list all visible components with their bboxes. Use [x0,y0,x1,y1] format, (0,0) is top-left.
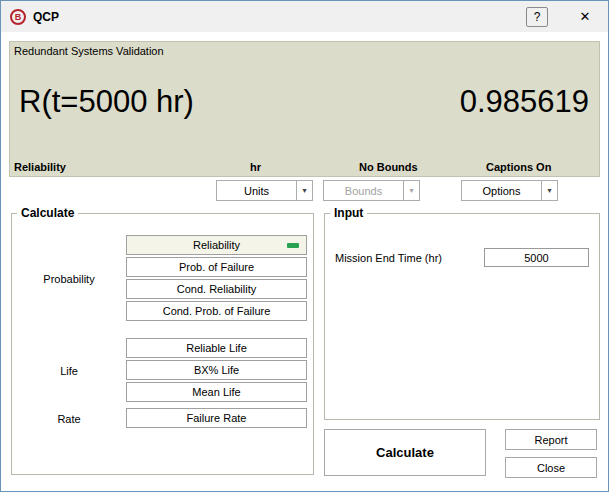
titlebar: B QCP ? ✕ [1,1,608,32]
titlebar-controls: ? ✕ [526,1,608,32]
close-icon[interactable]: ✕ [568,1,602,32]
app-logo-letter: B [15,12,22,22]
bounds-dropdown-label: Bounds [324,181,403,200]
units-dropdown-label: Units [217,181,296,200]
failure-rate-button-label: Failure Rate [187,412,247,424]
life-group: Life Reliable Life BX% Life Mean Life [12,338,313,404]
app-logo-icon: B [10,9,26,25]
failure-rate-button[interactable]: Failure Rate [126,408,307,428]
chevron-down-icon: ▾ [403,181,419,200]
bx-life-button[interactable]: BX% Life [126,360,307,380]
calculate-button[interactable]: Calculate [324,429,486,476]
reliability-button-label: Reliability [193,239,240,251]
results-caption: Redundant Systems Validation [14,45,164,57]
options-dropdown-label: Options [462,181,541,200]
mean-life-button[interactable]: Mean Life [126,382,307,402]
reliability-button[interactable]: Reliability [126,235,307,255]
rate-button-stack: Failure Rate [126,408,307,430]
life-button-stack: Reliable Life BX% Life Mean Life [126,338,307,404]
rate-group: Rate Failure Rate [12,408,313,430]
probability-group-label: Probability [12,235,126,323]
footer-metric-label: Reliability [14,161,66,173]
results-expression: R(t=5000 hr) [19,84,194,120]
mission-end-time-row: Mission End Time (hr) [325,248,599,267]
bounds-dropdown: Bounds ▾ [323,180,420,201]
input-panel: Input Mission End Time (hr) [324,213,600,420]
reliable-life-button-label: Reliable Life [186,342,247,354]
cond-prob-of-failure-button-label: Cond. Prob. of Failure [163,305,271,317]
life-group-label: Life [12,338,126,404]
calculate-panel-title: Calculate [17,206,78,220]
prob-of-failure-button[interactable]: Prob. of Failure [126,257,307,277]
mean-life-button-label: Mean Life [192,386,240,398]
qcp-window: B QCP ? ✕ Redundant Systems Validation R… [0,0,609,492]
cond-reliability-button-label: Cond. Reliability [177,283,256,295]
footer-bounds-label: No Bounds [359,161,418,173]
rate-group-label: Rate [12,408,126,430]
reliable-life-button[interactable]: Reliable Life [126,338,307,358]
prob-of-failure-button-label: Prob. of Failure [179,261,254,273]
chevron-down-icon[interactable]: ▾ [296,181,312,200]
input-panel-title: Input [330,206,367,220]
chevron-down-icon[interactable]: ▾ [541,181,557,200]
calculate-panel: Calculate Probability Reliability Prob. … [11,213,314,475]
options-dropdown[interactable]: Options ▾ [461,180,558,201]
footer-units-label: hr [250,161,261,173]
window-title: QCP [33,10,59,24]
close-button[interactable]: Close [505,457,597,478]
units-dropdown[interactable]: Units ▾ [216,180,313,201]
help-icon[interactable]: ? [526,7,548,27]
cond-reliability-button[interactable]: Cond. Reliability [126,279,307,299]
results-value: 0.985619 [460,84,589,120]
bx-life-button-label: BX% Life [194,364,239,376]
probability-group: Probability Reliability Prob. of Failure… [12,235,313,323]
selected-indicator [287,243,299,248]
mission-end-time-input[interactable] [484,248,589,267]
results-panel: Redundant Systems Validation R(t=5000 hr… [9,41,600,177]
footer-captions-label: Captions On [486,161,551,173]
probability-button-stack: Reliability Prob. of Failure Cond. Relia… [126,235,307,323]
mission-end-time-label: Mission End Time (hr) [335,252,442,264]
report-button[interactable]: Report [505,429,597,450]
cond-prob-of-failure-button[interactable]: Cond. Prob. of Failure [126,301,307,321]
